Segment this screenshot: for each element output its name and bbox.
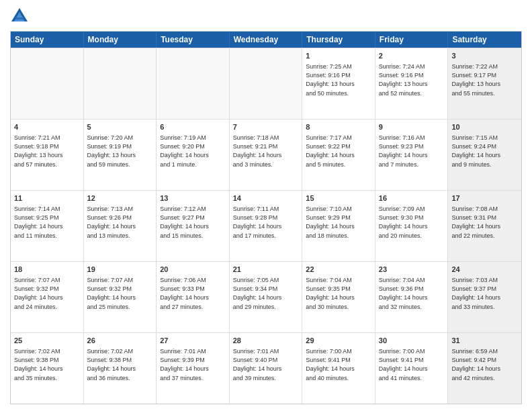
cal-cell-1-2: 6Sunrise: 7:19 AMSunset: 9:20 PMDaylight… — [157, 120, 230, 190]
day-number: 3 — [451, 51, 518, 61]
cal-cell-1-6: 10Sunrise: 7:15 AMSunset: 9:24 PMDayligh… — [448, 120, 521, 190]
day-number: 23 — [379, 265, 445, 275]
cal-cell-3-1: 19Sunrise: 7:07 AMSunset: 9:32 PMDayligh… — [84, 262, 157, 332]
cell-info: Sunrise: 7:18 AMSunset: 9:21 PMDaylight:… — [233, 134, 299, 169]
day-number: 19 — [87, 265, 153, 275]
calendar: SundayMondayTuesdayWednesdayThursdayFrid… — [10, 31, 522, 404]
cal-cell-3-3: 21Sunrise: 7:05 AMSunset: 9:34 PMDayligh… — [230, 262, 303, 332]
cal-cell-2-0: 11Sunrise: 7:14 AMSunset: 9:25 PMDayligh… — [11, 191, 84, 261]
cell-info: Sunrise: 7:01 AMSunset: 9:40 PMDaylight:… — [233, 347, 299, 382]
cell-info: Sunrise: 7:13 AMSunset: 9:26 PMDaylight:… — [87, 205, 153, 240]
day-number: 11 — [14, 193, 80, 203]
cell-info: Sunrise: 7:07 AMSunset: 9:32 PMDaylight:… — [14, 276, 80, 311]
cell-info: Sunrise: 7:08 AMSunset: 9:31 PMDaylight:… — [451, 205, 518, 240]
cal-row-0: 1Sunrise: 7:25 AMSunset: 9:16 PMDaylight… — [11, 48, 521, 119]
cal-cell-0-2 — [157, 48, 230, 119]
day-number: 29 — [306, 336, 371, 346]
cal-row-4: 25Sunrise: 7:02 AMSunset: 9:38 PMDayligh… — [11, 332, 521, 404]
cal-cell-0-4: 1Sunrise: 7:25 AMSunset: 9:16 PMDaylight… — [302, 48, 375, 119]
cal-cell-4-3: 28Sunrise: 7:01 AMSunset: 9:40 PMDayligh… — [230, 333, 303, 404]
cell-info: Sunrise: 6:59 AMSunset: 9:42 PMDaylight:… — [451, 347, 518, 382]
cal-row-1: 4Sunrise: 7:21 AMSunset: 9:18 PMDaylight… — [11, 119, 521, 190]
cell-info: Sunrise: 7:17 AMSunset: 9:22 PMDaylight:… — [306, 134, 371, 169]
cell-info: Sunrise: 7:05 AMSunset: 9:34 PMDaylight:… — [233, 276, 299, 311]
day-number: 20 — [160, 265, 226, 275]
cell-info: Sunrise: 7:06 AMSunset: 9:33 PMDaylight:… — [160, 276, 226, 311]
logo-icon — [10, 7, 29, 26]
header-day-monday: Monday — [84, 32, 157, 48]
cal-cell-0-1 — [84, 48, 157, 119]
cell-info: Sunrise: 7:00 AMSunset: 9:41 PMDaylight:… — [306, 347, 371, 382]
day-number: 21 — [233, 265, 299, 275]
cal-cell-1-5: 9Sunrise: 7:16 AMSunset: 9:23 PMDaylight… — [375, 120, 449, 190]
day-number: 16 — [379, 193, 445, 203]
cal-cell-3-2: 20Sunrise: 7:06 AMSunset: 9:33 PMDayligh… — [157, 262, 230, 332]
day-number: 13 — [160, 193, 226, 203]
cal-cell-1-1: 5Sunrise: 7:20 AMSunset: 9:19 PMDaylight… — [84, 120, 157, 190]
day-number: 6 — [160, 122, 226, 132]
cal-cell-3-6: 24Sunrise: 7:03 AMSunset: 9:37 PMDayligh… — [448, 262, 521, 332]
cell-info: Sunrise: 7:09 AMSunset: 9:30 PMDaylight:… — [379, 205, 445, 240]
day-number: 14 — [233, 193, 299, 203]
day-number: 31 — [451, 336, 518, 346]
cal-cell-3-4: 22Sunrise: 7:04 AMSunset: 9:35 PMDayligh… — [302, 262, 375, 332]
day-number: 10 — [451, 122, 518, 132]
day-number: 5 — [87, 122, 153, 132]
cal-cell-4-4: 29Sunrise: 7:00 AMSunset: 9:41 PMDayligh… — [302, 333, 375, 404]
day-number: 7 — [233, 122, 299, 132]
cal-row-3: 18Sunrise: 7:07 AMSunset: 9:32 PMDayligh… — [11, 261, 521, 332]
logo — [10, 7, 30, 26]
cell-info: Sunrise: 7:04 AMSunset: 9:35 PMDaylight:… — [306, 276, 371, 311]
cal-cell-3-0: 18Sunrise: 7:07 AMSunset: 9:32 PMDayligh… — [11, 262, 84, 332]
cal-cell-2-6: 17Sunrise: 7:08 AMSunset: 9:31 PMDayligh… — [448, 191, 521, 261]
day-number: 25 — [14, 336, 80, 346]
cell-info: Sunrise: 7:24 AMSunset: 9:16 PMDaylight:… — [379, 62, 445, 97]
header-day-friday: Friday — [375, 32, 449, 48]
day-number: 9 — [379, 122, 445, 132]
header-day-wednesday: Wednesday — [230, 32, 303, 48]
cal-cell-2-1: 12Sunrise: 7:13 AMSunset: 9:26 PMDayligh… — [84, 191, 157, 261]
day-number: 24 — [451, 265, 518, 275]
day-number: 4 — [14, 122, 80, 132]
day-number: 18 — [14, 265, 80, 275]
cell-info: Sunrise: 7:14 AMSunset: 9:25 PMDaylight:… — [14, 205, 80, 240]
cal-cell-2-2: 13Sunrise: 7:12 AMSunset: 9:27 PMDayligh… — [157, 191, 230, 261]
cell-info: Sunrise: 7:12 AMSunset: 9:27 PMDaylight:… — [160, 205, 226, 240]
cell-info: Sunrise: 7:02 AMSunset: 9:38 PMDaylight:… — [14, 347, 80, 382]
day-number: 8 — [306, 122, 371, 132]
cell-info: Sunrise: 7:22 AMSunset: 9:17 PMDaylight:… — [451, 62, 518, 97]
cal-body: 1Sunrise: 7:25 AMSunset: 9:16 PMDaylight… — [11, 48, 521, 404]
cal-cell-4-1: 26Sunrise: 7:02 AMSunset: 9:38 PMDayligh… — [84, 333, 157, 404]
svg-rect-2 — [15, 17, 24, 19]
cal-row-2: 11Sunrise: 7:14 AMSunset: 9:25 PMDayligh… — [11, 190, 521, 261]
day-number: 15 — [306, 193, 371, 203]
cell-info: Sunrise: 7:04 AMSunset: 9:36 PMDaylight:… — [379, 276, 445, 311]
cal-cell-1-3: 7Sunrise: 7:18 AMSunset: 9:21 PMDaylight… — [230, 120, 303, 190]
header — [10, 7, 522, 26]
cal-cell-2-3: 14Sunrise: 7:11 AMSunset: 9:28 PMDayligh… — [230, 191, 303, 261]
cell-info: Sunrise: 7:21 AMSunset: 9:18 PMDaylight:… — [14, 134, 80, 169]
page: SundayMondayTuesdayWednesdayThursdayFrid… — [0, 0, 532, 411]
cell-info: Sunrise: 7:16 AMSunset: 9:23 PMDaylight:… — [379, 134, 445, 169]
cal-cell-0-5: 2Sunrise: 7:24 AMSunset: 9:16 PMDaylight… — [375, 48, 449, 119]
cal-cell-4-0: 25Sunrise: 7:02 AMSunset: 9:38 PMDayligh… — [11, 333, 84, 404]
day-number: 22 — [306, 265, 371, 275]
cal-cell-4-5: 30Sunrise: 7:00 AMSunset: 9:41 PMDayligh… — [375, 333, 449, 404]
cell-info: Sunrise: 7:15 AMSunset: 9:24 PMDaylight:… — [451, 134, 518, 169]
cell-info: Sunrise: 7:00 AMSunset: 9:41 PMDaylight:… — [379, 347, 445, 382]
cal-cell-2-5: 16Sunrise: 7:09 AMSunset: 9:30 PMDayligh… — [375, 191, 449, 261]
day-number: 17 — [451, 193, 518, 203]
day-number: 28 — [233, 336, 299, 346]
cell-info: Sunrise: 7:19 AMSunset: 9:20 PMDaylight:… — [160, 134, 226, 169]
cal-cell-0-3 — [230, 48, 303, 119]
header-day-saturday: Saturday — [448, 32, 521, 48]
cell-info: Sunrise: 7:02 AMSunset: 9:38 PMDaylight:… — [87, 347, 153, 382]
cal-cell-4-2: 27Sunrise: 7:01 AMSunset: 9:39 PMDayligh… — [157, 333, 230, 404]
header-day-tuesday: Tuesday — [157, 32, 230, 48]
cal-cell-3-5: 23Sunrise: 7:04 AMSunset: 9:36 PMDayligh… — [375, 262, 449, 332]
cal-cell-0-0 — [11, 48, 84, 119]
cell-info: Sunrise: 7:25 AMSunset: 9:16 PMDaylight:… — [306, 62, 371, 97]
day-number: 12 — [87, 193, 153, 203]
cal-cell-4-6: 31Sunrise: 6:59 AMSunset: 9:42 PMDayligh… — [448, 333, 521, 404]
header-day-sunday: Sunday — [11, 32, 84, 48]
